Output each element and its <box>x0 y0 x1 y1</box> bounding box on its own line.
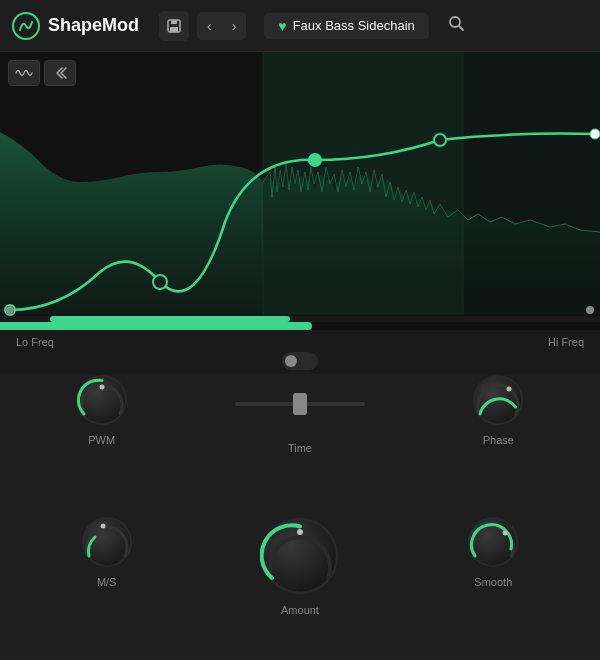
search-button[interactable] <box>447 14 465 37</box>
controls-area: PWM Time <box>0 374 600 660</box>
svg-point-17 <box>78 376 126 424</box>
svg-point-26 <box>503 531 508 536</box>
ms-group: M/S <box>57 516 157 588</box>
hi-freq-label: Hi Freq <box>548 336 584 348</box>
amount-knob[interactable] <box>260 516 340 596</box>
pwm-label: PWM <box>88 434 115 446</box>
logo-icon <box>12 12 40 40</box>
freq-toggle-thumb <box>285 355 297 367</box>
waveform-display <box>0 52 600 322</box>
controls-row-2: M/S <box>10 508 590 650</box>
preset-name-display: ♥ Faux Bass Sidechain <box>264 13 428 39</box>
svg-point-18 <box>99 385 104 390</box>
save-button[interactable] <box>159 11 189 41</box>
app-title: ShapeMod <box>48 15 139 36</box>
smooth-group: Smooth <box>443 516 543 588</box>
svg-point-20 <box>507 387 512 392</box>
svg-rect-2 <box>171 20 177 24</box>
smooth-label: Smooth <box>474 576 512 588</box>
time-group: Time <box>235 374 365 454</box>
controls-row-1: PWM Time <box>10 374 590 508</box>
freq-toggle-row <box>0 350 600 374</box>
waveform-tool-button[interactable] <box>8 60 40 86</box>
svg-point-22 <box>100 524 105 529</box>
time-label: Time <box>288 442 312 454</box>
waveform-scrollbar-track[interactable] <box>0 316 600 322</box>
svg-rect-9 <box>263 52 463 314</box>
time-slider-track[interactable] <box>235 402 365 406</box>
progress-bar-track[interactable] <box>0 322 600 330</box>
phase-group: Phase <box>448 374 548 446</box>
pwm-group: PWM <box>52 374 152 446</box>
svg-line-5 <box>459 26 463 30</box>
svg-point-11 <box>153 275 167 289</box>
phase-label: Phase <box>483 434 514 446</box>
amount-group: Amount <box>250 516 350 616</box>
lo-freq-label: Lo Freq <box>16 336 54 348</box>
ms-knob[interactable] <box>81 516 133 568</box>
collapse-tool-button[interactable] <box>44 60 76 86</box>
display-toolbar <box>8 60 76 86</box>
nav-back-button[interactable]: ‹ <box>197 12 222 40</box>
svg-point-24 <box>297 529 303 535</box>
ms-label: M/S <box>97 576 117 588</box>
phase-knob[interactable] <box>472 374 524 426</box>
waveform-svg <box>0 52 600 322</box>
time-slider-thumb[interactable] <box>293 393 307 415</box>
svg-point-12 <box>308 153 322 167</box>
preset-name-label: Faux Bass Sidechain <box>293 18 415 33</box>
header-controls: ‹ › ♥ Faux Bass Sidechain <box>159 11 465 41</box>
pwm-knob[interactable] <box>76 374 128 426</box>
nav-buttons: ‹ › <box>197 12 246 40</box>
svg-rect-3 <box>170 27 178 32</box>
header-bar: ShapeMod ‹ › ♥ Faux Bass Sidechain <box>0 0 600 52</box>
smooth-knob[interactable] <box>467 516 519 568</box>
svg-point-16 <box>586 306 594 314</box>
freq-labels: Lo Freq Hi Freq <box>0 330 600 350</box>
freq-toggle[interactable] <box>282 352 318 370</box>
svg-point-13 <box>434 134 446 146</box>
nav-forward-button[interactable]: › <box>222 12 247 40</box>
svg-point-15 <box>6 306 14 314</box>
heart-icon: ♥ <box>278 18 286 34</box>
waveform-scrollbar-thumb[interactable] <box>50 316 290 322</box>
amount-label: Amount <box>281 604 319 616</box>
logo: ShapeMod <box>12 12 139 40</box>
progress-bar-fill <box>0 322 312 330</box>
svg-point-14 <box>590 129 600 139</box>
time-slider-container[interactable] <box>235 374 365 434</box>
